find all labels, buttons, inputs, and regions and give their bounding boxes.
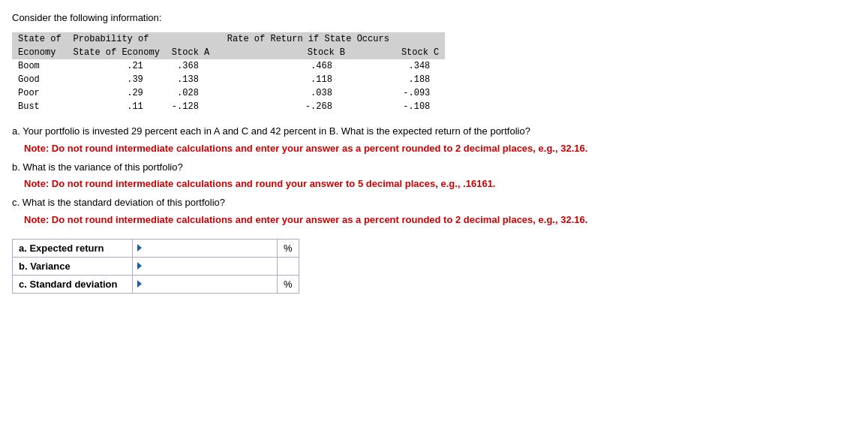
answer-table: a. Expected return % b. Variance c. Stan…: [12, 239, 299, 294]
questions-section: a. Your portfolio is invested 29 percent…: [12, 124, 856, 228]
answer-c-input-cell: [133, 275, 278, 293]
cell-stockB: .468: [221, 59, 377, 73]
question-b-text: b. What is the variance of this portfoli…: [12, 161, 183, 173]
answer-c-triangle-icon: [137, 280, 142, 288]
answer-a-triangle-icon: [137, 244, 142, 252]
answer-c-label: c. Standard deviation: [13, 275, 133, 293]
col1-header2: Economy: [12, 46, 68, 59]
answer-row-a: a. Expected return %: [13, 239, 299, 257]
cell-stockA: .368: [166, 59, 221, 73]
cell-spacer: [377, 86, 395, 100]
question-b: b. What is the variance of this portfoli…: [12, 160, 856, 176]
answer-b-input[interactable]: [133, 258, 277, 275]
answer-b-label: b. Variance: [13, 257, 133, 275]
answer-a-unit: %: [278, 239, 299, 257]
cell-stockC: -.093: [395, 86, 445, 100]
col1-header1: State of: [12, 32, 68, 46]
question-c-text: c. What is the standard deviation of thi…: [12, 197, 225, 208]
cell-stockC: -.108: [395, 100, 445, 113]
col3-header1: [166, 32, 221, 46]
answer-b-unit: [278, 257, 299, 275]
answer-a-input-cell: [133, 239, 278, 257]
cell-prob: .29: [68, 86, 166, 100]
cell-stockA: .138: [166, 73, 221, 86]
col4-header1: Rate of Return if State Occurs: [221, 32, 395, 46]
table-row: Boom .21 .368 .468 .348: [12, 59, 445, 73]
col4-header2: Stock B: [221, 46, 377, 59]
intro-text: Consider the following information:: [12, 12, 856, 23]
answer-c-input[interactable]: [133, 276, 277, 293]
answer-b-triangle-icon: [137, 262, 142, 270]
cell-stockA: -.128: [166, 100, 221, 113]
answer-a-label: a. Expected return: [13, 239, 133, 257]
col6-header2: Stock C: [395, 46, 445, 59]
cell-state: Poor: [12, 86, 68, 100]
answer-row-b: b. Variance: [13, 257, 299, 275]
cell-stockB: .038: [221, 86, 377, 100]
cell-state: Bust: [12, 100, 68, 113]
note-a: Note: Do not round intermediate calculat…: [12, 141, 856, 157]
cell-prob: .21: [68, 59, 166, 73]
cell-stockA: .028: [166, 86, 221, 100]
answer-b-label-text: b. Variance: [19, 261, 71, 272]
cell-stockC: .348: [395, 59, 445, 73]
cell-stockB: -.268: [221, 100, 377, 113]
cell-spacer: [377, 100, 395, 113]
note-c: Note: Do not round intermediate calculat…: [12, 212, 856, 228]
col5-header2: [377, 46, 395, 59]
answer-b-input-cell: [133, 257, 278, 275]
col2-header2: State of Economy: [68, 46, 166, 59]
cell-spacer: [377, 73, 395, 86]
col3-header2: Stock A: [166, 46, 221, 59]
table-row: Good .39 .138 .118 .188: [12, 73, 445, 86]
cell-stockC: .188: [395, 73, 445, 86]
answer-row-c: c. Standard deviation %: [13, 275, 299, 293]
note-b: Note: Do not round intermediate calculat…: [12, 176, 856, 192]
cell-spacer: [377, 59, 395, 73]
answer-a-input[interactable]: [133, 240, 277, 257]
answer-a-label-text: a. Expected return: [19, 243, 104, 254]
data-table: State of Probability of Rate of Return i…: [12, 32, 445, 113]
col5-header1: [395, 32, 445, 46]
col2-header1: Probability of: [68, 32, 166, 46]
question-a: a. Your portfolio is invested 29 percent…: [12, 124, 856, 140]
cell-stockB: .118: [221, 73, 377, 86]
question-c: c. What is the standard deviation of thi…: [12, 195, 856, 211]
cell-state: Good: [12, 73, 68, 86]
cell-state: Boom: [12, 59, 68, 73]
question-a-text: a. Your portfolio is invested 29 percent…: [12, 125, 530, 137]
table-row: Poor .29 .028 .038 -.093: [12, 86, 445, 100]
answer-c-label-text: c. Standard deviation: [19, 279, 117, 290]
table-row: Bust .11 -.128 -.268 -.108: [12, 100, 445, 113]
cell-prob: .11: [68, 100, 166, 113]
answer-c-unit: %: [278, 275, 299, 293]
cell-prob: .39: [68, 73, 166, 86]
